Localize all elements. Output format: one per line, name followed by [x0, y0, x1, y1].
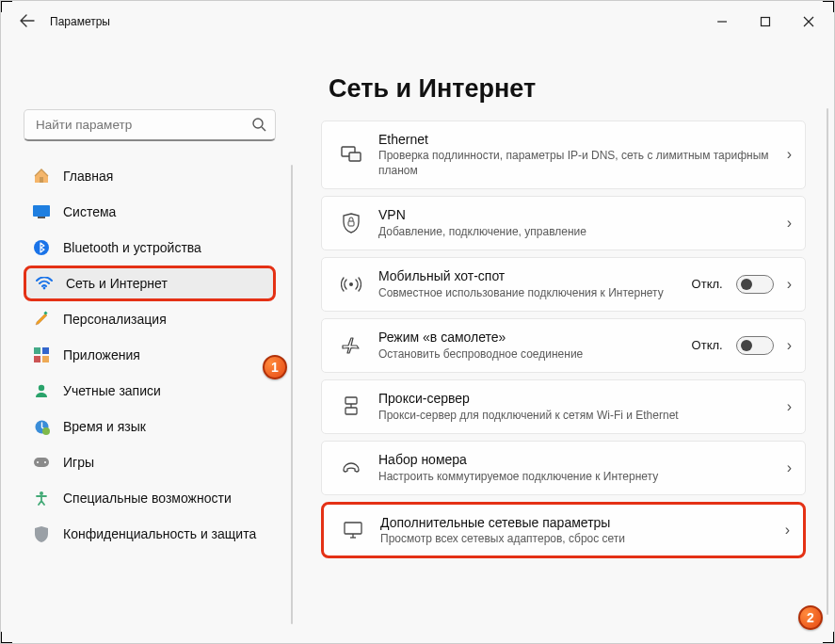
- window-title: Параметры: [50, 15, 110, 28]
- sidebar-item-home[interactable]: Главная: [24, 158, 276, 194]
- sidebar-item-label: Игры: [63, 455, 94, 470]
- toggle-status: Откл.: [692, 338, 723, 352]
- card-title: Прокси-сервер: [378, 390, 778, 407]
- maximize-button[interactable]: [744, 7, 787, 37]
- card-title: VPN: [378, 206, 778, 223]
- card-title: Дополнительные сетевые параметры: [380, 514, 776, 531]
- card-subtitle: Прокси-сервер для подключений к сетям Wi…: [378, 408, 778, 423]
- minimize-button[interactable]: [700, 7, 744, 37]
- sidebar-item-label: Конфиденциальность и защита: [63, 526, 256, 541]
- chevron-right-icon: ›: [787, 459, 792, 476]
- monitor-icon: [337, 521, 369, 539]
- svg-rect-6: [38, 217, 45, 218]
- svg-rect-23: [348, 221, 354, 226]
- svg-point-19: [44, 461, 46, 463]
- svg-rect-26: [345, 408, 357, 414]
- home-icon: [33, 168, 50, 185]
- account-icon: [33, 382, 50, 399]
- main-content: Сеть и Интернет Ethernet Проверка подлин…: [293, 42, 834, 643]
- settings-window: Параметры Главная: [0, 0, 835, 644]
- sidebar-item-bluetooth[interactable]: Bluetooth и устройства: [24, 230, 276, 266]
- chevron-right-icon: ›: [787, 276, 792, 293]
- sidebar-item-label: Приложения: [63, 347, 140, 362]
- chevron-right-icon: ›: [787, 398, 792, 415]
- chevron-right-icon: ›: [787, 215, 792, 232]
- sidebar-item-accessibility[interactable]: Специальные возможности: [24, 480, 276, 516]
- card-advanced-network[interactable]: Дополнительные сетевые параметры Просмот…: [321, 502, 806, 558]
- accessibility-icon: [33, 490, 50, 507]
- card-vpn[interactable]: VPN Добавление, подключение, управление …: [321, 196, 806, 250]
- card-dialup[interactable]: Набор номера Настроить коммутируемое под…: [321, 441, 806, 495]
- svg-rect-1: [762, 18, 770, 26]
- search-input[interactable]: [24, 109, 276, 141]
- phone-icon: [335, 459, 367, 476]
- airplane-toggle[interactable]: [736, 336, 774, 355]
- svg-point-14: [39, 385, 44, 391]
- svg-rect-5: [33, 205, 50, 217]
- main-scrollbar[interactable]: [827, 108, 828, 615]
- apps-icon: [33, 346, 50, 363]
- titlebar: Параметры: [1, 1, 834, 42]
- svg-rect-13: [42, 356, 49, 362]
- gamepad-icon: [33, 454, 50, 471]
- card-subtitle: Просмотр всех сетевых адаптеров, сброс с…: [380, 531, 776, 546]
- sidebar-item-network[interactable]: Сеть и Интернет: [24, 266, 276, 301]
- svg-rect-17: [34, 458, 49, 467]
- sidebar-item-label: Система: [63, 204, 116, 219]
- proxy-icon: [335, 396, 367, 417]
- sidebar-item-label: Учетные записи: [63, 383, 161, 398]
- card-subtitle: Совместное использование подключения к И…: [378, 285, 682, 300]
- svg-rect-12: [34, 356, 40, 362]
- sidebar-item-label: Персонализация: [63, 312, 167, 327]
- sidebar-item-personalization[interactable]: Персонализация: [24, 301, 276, 337]
- chevron-right-icon: ›: [787, 146, 792, 163]
- sidebar: Главная Система Bluetooth и устройства С…: [1, 42, 293, 643]
- svg-rect-22: [349, 153, 361, 161]
- sidebar-item-privacy[interactable]: Конфиденциальность и защита: [24, 516, 276, 552]
- shield-icon: [33, 525, 50, 542]
- sidebar-item-label: Время и язык: [63, 419, 146, 434]
- sidebar-item-label: Специальные возможности: [63, 491, 232, 506]
- annotation-badge-2: 2: [798, 605, 823, 630]
- card-title: Режим «в самолете»: [378, 329, 682, 346]
- card-ethernet[interactable]: Ethernet Проверка подлинности, параметры…: [321, 121, 806, 189]
- svg-rect-11: [42, 347, 49, 354]
- card-hotspot[interactable]: Мобильный хот-спот Совместное использова…: [321, 257, 806, 312]
- toggle-status: Откл.: [692, 277, 723, 291]
- back-button[interactable]: [20, 14, 35, 30]
- system-icon: [33, 203, 50, 220]
- card-title: Ethernet: [378, 131, 778, 148]
- card-subtitle: Остановить беспроводное соединение: [378, 346, 682, 362]
- airplane-icon: [335, 336, 367, 355]
- chevron-right-icon: ›: [785, 522, 790, 539]
- sidebar-item-time-language[interactable]: Время и язык: [24, 409, 276, 444]
- lock-shield-icon: [335, 213, 367, 233]
- card-subtitle: Добавление, подключение, управление: [378, 224, 778, 239]
- sidebar-item-label: Сеть и Интернет: [66, 276, 168, 291]
- svg-rect-4: [40, 177, 43, 183]
- card-title: Мобильный хот-спот: [378, 267, 682, 284]
- svg-point-24: [349, 282, 353, 286]
- sidebar-item-apps[interactable]: Приложения: [24, 337, 276, 373]
- page-title: Сеть и Интернет: [329, 74, 806, 104]
- card-airplane[interactable]: Режим «в самолете» Остановить беспроводн…: [321, 318, 806, 373]
- svg-rect-10: [34, 347, 40, 354]
- card-subtitle: Проверка подлинности, параметры IP-и DNS…: [378, 148, 778, 178]
- svg-rect-28: [345, 523, 361, 534]
- svg-point-16: [42, 427, 50, 435]
- card-title: Набор номера: [378, 451, 778, 468]
- sidebar-item-system[interactable]: Система: [24, 194, 276, 230]
- time-icon: [33, 418, 50, 435]
- ethernet-icon: [335, 146, 367, 163]
- annotation-badge-1: 1: [263, 355, 287, 379]
- card-subtitle: Настроить коммутируемое подключение к Ин…: [378, 469, 778, 484]
- sidebar-item-gaming[interactable]: Игры: [24, 444, 276, 480]
- svg-point-20: [40, 491, 43, 495]
- sidebar-item-label: Bluetooth и устройства: [63, 240, 201, 255]
- svg-rect-25: [345, 397, 357, 404]
- hotspot-toggle[interactable]: [736, 275, 774, 294]
- sidebar-item-label: Главная: [63, 169, 113, 184]
- sidebar-item-accounts[interactable]: Учетные записи: [24, 373, 276, 409]
- bluetooth-icon: [33, 239, 50, 256]
- card-proxy[interactable]: Прокси-сервер Прокси-сервер для подключе…: [321, 379, 806, 434]
